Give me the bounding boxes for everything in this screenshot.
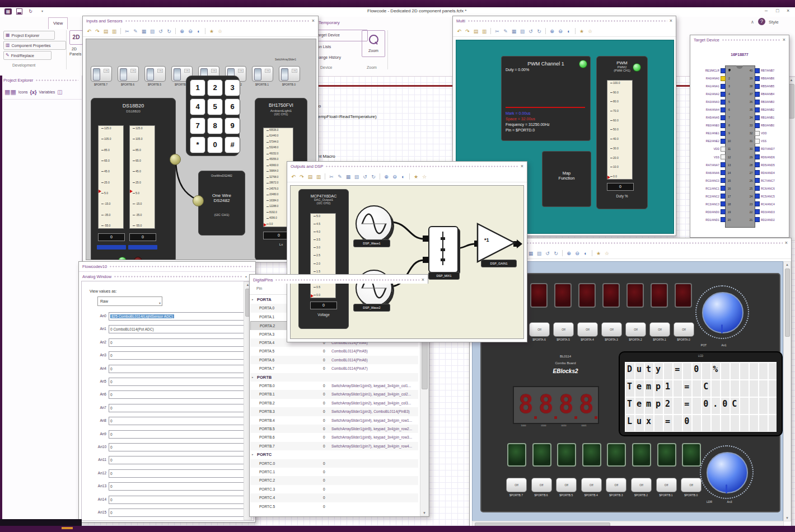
tool-cut-icon[interactable]: ✂ <box>494 28 501 35</box>
pin-square-icon[interactable] <box>721 209 726 214</box>
analog-value-field[interactable]: 0 <box>109 338 244 347</box>
tool-zoom-out-icon[interactable]: ⊖ <box>557 28 564 35</box>
analog-value-field[interactable]: 0 <box>109 482 244 491</box>
analog-value-field[interactable]: 0 <box>109 390 244 399</box>
digital-pins-titlebar[interactable]: DigitalPins× <box>249 274 428 284</box>
tool-fill-icon[interactable]: ▧ <box>149 28 156 35</box>
switch-rocker[interactable] <box>147 68 154 81</box>
pin-square-icon[interactable] <box>721 154 726 159</box>
pin-square-icon[interactable] <box>721 68 726 73</box>
close-icon[interactable]: × <box>785 241 788 246</box>
tool-contrast-icon[interactable]: ◐ <box>400 173 406 180</box>
analog-value-field[interactable]: 0 <box>109 404 244 412</box>
tab-temporary[interactable]: Temporary <box>314 17 344 29</box>
digital-pin-row[interactable]: PORTB.30SwitchArraySlider1(pin3), ComboB… <box>250 407 418 416</box>
tool-copy-icon[interactable]: ▤ <box>102 28 109 35</box>
porta-switch-button[interactable]: Off <box>674 322 694 337</box>
pin-square-icon[interactable] <box>755 194 760 199</box>
keypad-component[interactable]: 123456789*0# <box>186 76 240 156</box>
tool-paste-icon[interactable]: ▥ <box>481 28 488 35</box>
keypad-key[interactable]: 8 <box>207 117 223 134</box>
tool-fill-icon[interactable]: ▧ <box>519 28 526 35</box>
tool-favorite-icon[interactable]: ★ <box>413 173 419 180</box>
pin-square-icon[interactable] <box>755 186 760 191</box>
toggle-switch[interactable]: ON <box>252 66 273 82</box>
scroll-down-icon[interactable]: ▼ <box>420 511 428 515</box>
close-icon[interactable]: × <box>521 164 523 169</box>
help-icon[interactable]: ? <box>758 18 765 25</box>
pin-square-icon[interactable] <box>721 92 726 97</box>
tool-favorite-outline-icon[interactable]: ☆ <box>604 250 610 257</box>
portb-switch-button[interactable]: Off <box>656 478 677 492</box>
porta-switch-button[interactable]: Off <box>553 322 574 337</box>
analog-value-field[interactable]: 0 <box>109 496 244 504</box>
wire-node-icon[interactable] <box>193 195 204 206</box>
analog-value-field[interactable]: 0 <box>109 365 244 373</box>
switch-rocker[interactable] <box>254 68 261 81</box>
close-icon[interactable]: × <box>783 37 785 43</box>
digital-pin-row[interactable]: PORTC.10 <box>250 468 418 476</box>
flowcode-panel-titlebar[interactable]: Flowcodev10 <box>79 262 255 271</box>
portb-switch-button[interactable]: Off <box>531 478 552 492</box>
analog-value-field[interactable]: 0 <box>109 430 244 439</box>
switch-rocker[interactable] <box>174 68 181 81</box>
analog-value-field[interactable]: 0 <box>109 378 244 386</box>
pin-square-icon[interactable] <box>721 162 726 167</box>
pin-square-icon[interactable] <box>755 84 760 89</box>
pin-square-icon[interactable] <box>721 194 726 199</box>
tool-favorite-outline-icon[interactable]: ☆ <box>587 28 593 35</box>
keypad-key[interactable]: 5 <box>207 98 223 115</box>
tool-edit-icon[interactable]: ✎ <box>132 28 139 35</box>
tool-grid-icon[interactable]: ▦ <box>141 28 147 35</box>
digital-pin-row[interactable]: PORTA.70ComboBL0114(PinA7) <box>250 364 418 373</box>
tool-favorite-icon[interactable]: ★ <box>578 28 585 35</box>
digital-pin-row[interactable]: PORTA.50ComboBL0114(PinA5) <box>250 347 418 355</box>
chevron-down-icon[interactable]: ▾ <box>39 8 46 15</box>
tool-grid-icon[interactable]: ▦ <box>345 173 352 180</box>
pin-square-icon[interactable] <box>721 201 726 206</box>
pin-square-icon[interactable] <box>755 100 760 105</box>
tool-rotate-ccw-icon[interactable]: ↺ <box>362 173 368 180</box>
dsp-wave1-component[interactable] <box>356 205 392 242</box>
portb-switch-button[interactable]: Off <box>506 478 527 492</box>
tab-view[interactable]: View <box>48 17 68 29</box>
keypad-key[interactable]: 2 <box>207 79 223 96</box>
pin-square-icon[interactable] <box>721 107 726 112</box>
tool-favorite-icon[interactable]: ★ <box>595 250 602 257</box>
variables-button[interactable]: Variables <box>39 90 55 94</box>
close-icon[interactable]: × <box>312 18 315 23</box>
pin-square-icon[interactable] <box>721 147 726 152</box>
portb-switch-button[interactable]: Off <box>556 478 577 492</box>
dsp-gain-component[interactable]: *1 <box>476 223 519 263</box>
minimize-button[interactable]: – <box>765 8 768 13</box>
digital-pin-row[interactable]: PORTB.20SwitchArraySlider1(pin2), keypad… <box>250 399 418 407</box>
close-icon[interactable]: × <box>670 18 672 23</box>
tool-undo-icon[interactable]: ↶ <box>86 28 92 35</box>
tool-undo-icon[interactable]: ↶ <box>290 173 297 180</box>
tool-fill-icon[interactable]: ▧ <box>353 173 360 180</box>
pin-square-icon[interactable] <box>721 186 726 191</box>
tool-zoom-in-icon[interactable]: ⊕ <box>383 173 390 180</box>
keypad-key[interactable]: * <box>190 136 205 153</box>
tool-zoom-out-icon[interactable]: ⊖ <box>187 28 194 35</box>
tool-grid-icon[interactable]: ▦ <box>511 28 517 35</box>
digital-title-row[interactable]: DigitalPins× <box>250 275 428 285</box>
pin-square-icon[interactable] <box>721 131 726 136</box>
onewire-component[interactable]: OneWireDS2482One WireDS2482(I2C CH1) <box>198 171 245 236</box>
porta-switch-button[interactable]: Off <box>625 322 646 337</box>
app-menu-icon[interactable]: ▦ <box>4 8 12 15</box>
tool-copy-icon[interactable]: ▤ <box>473 28 479 35</box>
portb-switch-button[interactable]: Off <box>581 478 602 492</box>
portb-switch-button[interactable]: Off <box>631 478 652 492</box>
component-canvas[interactable]: ON$PORTB.7ON$PORTB.6ON$PORTB.5ON$PORTB.4… <box>86 39 316 260</box>
keypad-key[interactable]: 3 <box>225 79 240 96</box>
dsp-titlebar[interactable]: Outputs and DSP× <box>287 162 527 171</box>
view-as-dropdown[interactable]: Raw▾ <box>97 296 162 306</box>
pin-square-icon[interactable] <box>755 115 760 120</box>
duty-slider[interactable]: 100.090.080.070.060.050.040.030.020.010.… <box>607 80 633 180</box>
switch-rocker[interactable] <box>281 68 288 81</box>
close-button[interactable]: × <box>787 8 789 13</box>
tool-redo-icon[interactable]: ↷ <box>94 28 101 35</box>
pin-square-icon[interactable] <box>755 131 760 136</box>
switch-rocker[interactable] <box>93 68 100 81</box>
